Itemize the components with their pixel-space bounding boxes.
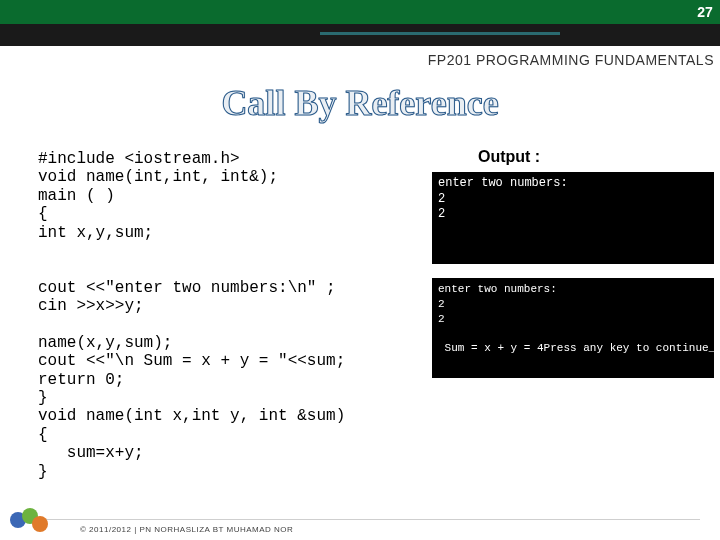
page-number: 27 (690, 0, 720, 24)
code-block: #include <iostream.h> void name(int,int,… (38, 150, 418, 481)
header-accent-line (320, 32, 560, 35)
header-band-dark (0, 24, 720, 46)
footer-copyright: © 2011/2012 | PN NORHASLIZA BT MUHAMAD N… (80, 525, 293, 534)
output-label: Output : (478, 148, 540, 166)
slide-title: Call By Reference (221, 82, 498, 124)
footer-divider (36, 519, 700, 520)
slide: 27 FP201 PROGRAMMING FUNDAMENTALS Call B… (0, 0, 720, 540)
terminal-output-2: enter two numbers: 2 2 Sum = x + y = 4Pr… (432, 278, 714, 378)
logo-disc-icon (32, 516, 48, 532)
header-band-green (0, 0, 720, 24)
course-code: FP201 PROGRAMMING FUNDAMENTALS (428, 52, 714, 68)
terminal-output-1: enter two numbers: 2 2 (432, 172, 714, 264)
institution-logo-icon (8, 508, 52, 536)
